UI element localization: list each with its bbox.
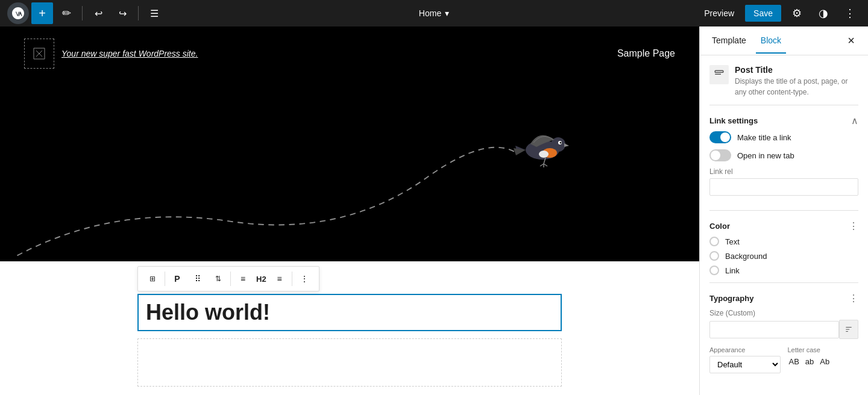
canvas-inner: Your new super fast WordPress site. Samp… [0,26,699,395]
tab-block[interactable]: Block [756,28,786,54]
color-option-link: Link [709,266,858,275]
hello-world-heading[interactable]: Hello world! [137,294,562,331]
color-option-background: Background [709,251,858,261]
svg-rect-11 [715,70,723,72]
open-new-tab-toggle[interactable] [709,149,731,161]
bt-separator-3 [292,272,292,286]
open-new-tab-label: Open in new tab [737,151,794,160]
bt-separator-1 [165,272,165,286]
color-radio-text[interactable] [709,237,719,246]
size-icon-button[interactable] [839,320,858,339]
chevron-down-icon[interactable]: ▾ [445,8,449,18]
color-label-text: Text [725,237,740,246]
letter-case-capitalize-button[interactable]: Ab [819,356,831,367]
typography-more-icon[interactable]: ⋮ [849,293,858,304]
toolbar-divider [82,6,83,20]
block-toolbar-drag-button[interactable]: ⠿ [188,269,207,288]
sidebar-content: Post Title Displays the title of a post,… [700,55,868,395]
settings-icon-button[interactable]: ⚙ [786,2,808,24]
heading-level-label: H2 [254,275,269,284]
size-input[interactable] [709,321,839,338]
wp-logo[interactable] [7,2,29,24]
typography-title: Typography [709,294,753,303]
color-radio-link[interactable] [709,266,719,275]
block-info-text: Post Title Displays the title of a post,… [735,65,858,98]
add-block-button[interactable]: + [31,2,53,24]
divider-2 [709,210,858,211]
appearance-select[interactable]: Default [709,356,781,373]
color-section-header[interactable]: Color ⋮ [709,220,858,232]
color-label-link: Link [725,266,740,275]
divider-1 [709,105,858,105]
block-toolbar-paragraph-button[interactable]: P [168,269,187,288]
block-toolbar-transform-button[interactable]: ⊞ [143,269,162,288]
color-more-icon[interactable]: ⋮ [849,220,858,232]
open-new-tab-row: Open in new tab [709,149,858,161]
color-label-background: Background [725,252,767,261]
block-title: Post Title [735,65,858,75]
redo-button[interactable]: ↪ [112,2,133,24]
link-settings-chevron: ∧ [851,115,858,126]
page-title: Home [419,8,441,18]
toolbar-divider-2 [138,6,139,20]
color-title: Color [709,222,730,231]
toggle-knob-2 [711,151,720,160]
make-title-link-toggle[interactable] [709,131,731,143]
svg-marker-2 [564,143,569,147]
block-description: Displays the title of a post, page, or a… [735,76,858,98]
hero-content [0,26,699,261]
appearance-col: Appearance Default [709,346,781,373]
block-toolbar: ⊞ P ⠿ ⇅ ≡ H2 ≡ ⋮ [137,266,319,291]
sidebar-tabs: Template Block × [700,26,868,55]
toggle-knob [720,132,730,142]
link-settings-title: Link settings [709,116,758,125]
sidebar-close-button[interactable]: × [841,31,861,51]
list-view-button[interactable]: ☰ [143,2,165,24]
save-button[interactable]: Save [745,5,781,22]
block-toolbar-justify-button[interactable]: ≡ [270,269,289,288]
block-toolbar-more-button[interactable]: ⋮ [295,269,314,288]
toolbar-center: Home ▾ [419,8,449,18]
hero-section: Your new super fast WordPress site. Samp… [0,26,699,261]
link-rel-input[interactable] [709,178,858,196]
dashed-path-svg [0,26,699,261]
appearance-label: Appearance [709,346,781,353]
right-sidebar: Template Block × Post Title Displays the… [699,26,868,395]
appearance-letter-row: Appearance Default Letter case AB ab Ab [709,346,858,373]
divider-3 [709,282,858,283]
typography-section-header[interactable]: Typography ⋮ [709,293,858,304]
make-title-link-row: Make title a link [709,131,858,143]
letter-case-lowercase-button[interactable]: ab [804,356,815,367]
bird-illustration [506,123,579,171]
link-settings-header[interactable]: Link settings ∧ [709,115,858,126]
edit-tool-button[interactable]: ✏ [55,2,77,24]
block-icon [709,65,729,84]
letter-case-label: Letter case [788,346,859,353]
more-menu-button[interactable]: ⋮ [839,2,861,24]
size-input-row [709,320,858,339]
contrast-icon-button[interactable]: ◑ [813,2,834,24]
svg-point-4 [539,151,549,158]
preview-button[interactable]: Preview [698,5,740,22]
color-radio-background[interactable] [709,251,719,261]
svg-point-6 [560,142,562,144]
block-toolbar-move-button[interactable]: ⇅ [209,269,228,288]
svg-line-8 [540,164,544,166]
block-toolbar-align-button[interactable]: ≡ [233,269,253,288]
link-rel-label: Link rel [709,167,858,176]
bt-separator-2 [230,272,231,286]
toolbar-right: Preview Save ⚙ ◑ ⋮ [698,2,861,24]
top-toolbar: + ✏ ↩ ↪ ☰ Home ▾ Preview Save ⚙ ◑ ⋮ [0,0,868,26]
svg-line-10 [544,164,547,166]
letter-cases: AB ab Ab [788,356,859,367]
make-title-link-label: Make title a link [737,133,791,142]
letter-case-uppercase-button[interactable]: AB [788,356,800,367]
tab-template[interactable]: Template [707,28,751,54]
placeholder-block [137,338,562,387]
block-info-row: Post Title Displays the title of a post,… [709,65,858,98]
canvas-area: Your new super fast WordPress site. Samp… [0,26,699,395]
link-rel-field: Link rel [709,167,858,203]
undo-button[interactable]: ↩ [87,2,109,24]
color-options: Text Background Link [709,237,858,275]
letter-col: Letter case AB ab Ab [788,346,859,367]
